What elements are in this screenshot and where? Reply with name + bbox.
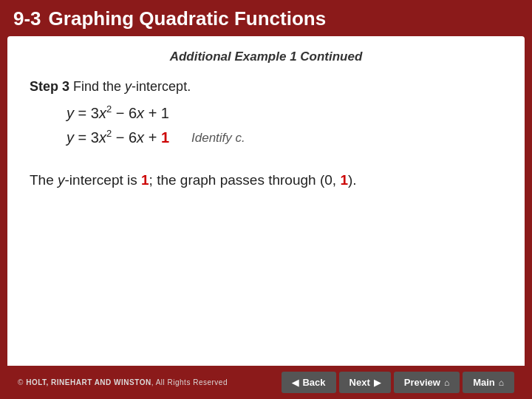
step3-line: Step 3 Find the y-intercept.: [30, 79, 502, 95]
equation-block: y = 3x2 − 6x + 1 y = 3x2 − 6x + 1 Identi…: [30, 103, 502, 151]
identify-comment: Identify c.: [191, 131, 245, 146]
content-area: Additional Example 1 Continued Step 3 Fi…: [7, 36, 525, 366]
conclusion-highlight1: 1: [141, 172, 149, 188]
bottom-bar: © Holt, Rinehart and Winston, All Rights…: [7, 366, 525, 399]
conclusion-start: The y-intercept is: [30, 172, 141, 188]
preview-label: Preview: [404, 377, 440, 388]
eq1-text: y = 3x2 − 6x + 1: [66, 103, 169, 122]
copyright: © Holt, Rinehart and Winston, All Rights…: [18, 378, 228, 386]
nav-buttons: ◀ Back Next ▶ Preview ⌂ Main ⌂: [282, 372, 514, 393]
conclusion-line: The y-intercept is 1; the graph passes t…: [30, 172, 502, 188]
next-label: Next: [349, 377, 370, 388]
conclusion-mid: ; the graph passes through (0,: [149, 172, 341, 188]
eq2-highlight: 1: [161, 129, 169, 145]
example-title: Additional Example 1 Continued: [30, 50, 502, 64]
back-icon: ◀: [292, 378, 299, 388]
equation-1: y = 3x2 − 6x + 1: [66, 103, 502, 122]
page-title: Graphing Quadratic Functions: [49, 7, 327, 30]
back-label: Back: [302, 377, 325, 388]
main-label: Main: [473, 377, 495, 388]
main-icon: ⌂: [499, 378, 504, 388]
page-container: 9-3 Graphing Quadratic Functions Additio…: [0, 0, 532, 399]
conclusion-end: ).: [348, 172, 357, 188]
next-icon: ▶: [374, 378, 381, 388]
step3-label: Step 3: [30, 79, 69, 94]
back-button[interactable]: ◀ Back: [282, 372, 335, 393]
header: 9-3 Graphing Quadratic Functions: [0, 0, 532, 36]
eq2-text: y = 3x2 − 6x + 1: [66, 128, 169, 146]
conclusion-highlight2: 1: [340, 172, 348, 188]
preview-button[interactable]: Preview ⌂: [394, 372, 460, 393]
next-button[interactable]: Next ▶: [339, 372, 391, 393]
step3-text: Find the y-intercept.: [73, 79, 191, 94]
preview-icon: ⌂: [444, 378, 449, 388]
equation-2: y = 3x2 − 6x + 1: [66, 128, 169, 146]
main-button[interactable]: Main ⌂: [463, 372, 514, 393]
equation-2-row: y = 3x2 − 6x + 1 Identify c.: [66, 128, 502, 152]
section-number: 9-3: [13, 7, 41, 30]
